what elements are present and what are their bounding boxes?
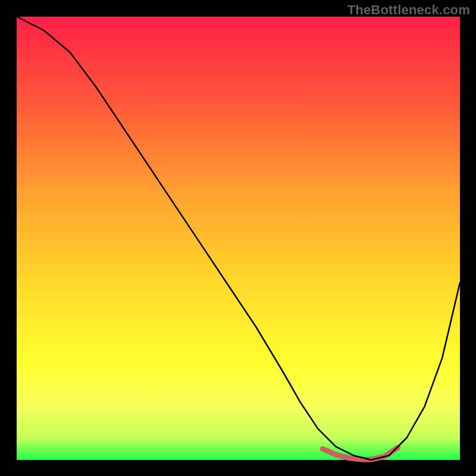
plot-background	[17, 17, 460, 460]
bottleneck-plot	[0, 0, 476, 476]
chart-stage: TheBottleneck.com	[0, 0, 476, 476]
watermark-text: TheBottleneck.com	[347, 2, 470, 18]
